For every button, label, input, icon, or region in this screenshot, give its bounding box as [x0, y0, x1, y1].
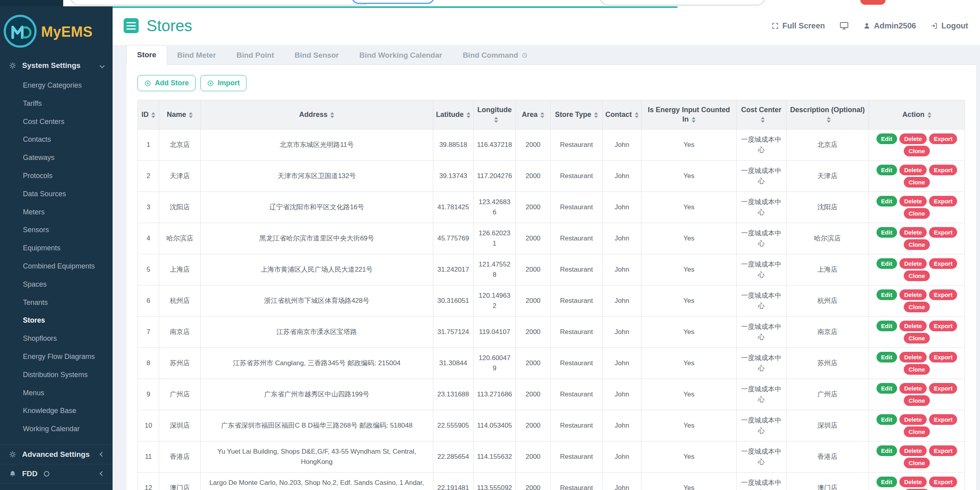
tab-bind-meter[interactable]: Bind Meter: [167, 46, 226, 65]
edit-button[interactable]: Edit: [877, 258, 897, 269]
delete-button[interactable]: Delete: [899, 258, 927, 269]
clone-button[interactable]: Clone: [904, 270, 930, 281]
clone-button[interactable]: Clone: [904, 333, 930, 344]
export-button[interactable]: Export: [929, 133, 957, 144]
clone-button[interactable]: Clone: [904, 146, 930, 156]
clone-button[interactable]: Clone: [904, 239, 930, 250]
column-header-description-optional[interactable]: Description (Optional): [786, 100, 869, 130]
export-button[interactable]: Export: [929, 289, 957, 300]
delete-button[interactable]: Delete: [899, 321, 927, 331]
export-button[interactable]: Export: [929, 383, 957, 394]
column-header-contact[interactable]: Contact: [602, 100, 641, 130]
sidebar-section-users-privileges[interactable]: Users & Privileges: [0, 483, 113, 490]
edit-button[interactable]: Edit: [877, 352, 897, 362]
sidebar-item-working-calendar[interactable]: Working Calendar: [0, 420, 113, 438]
edit-button[interactable]: Edit: [877, 321, 897, 331]
sidebar-item-gateways[interactable]: Gateways: [0, 149, 113, 167]
sidebar-item-stores[interactable]: Stores: [0, 312, 113, 330]
clone-button[interactable]: Clone: [904, 426, 930, 437]
sidebar-item-menus[interactable]: Menus: [0, 384, 113, 402]
sidebar-item-equipments[interactable]: Equipments: [0, 239, 113, 257]
clone-button[interactable]: Clone: [904, 458, 930, 468]
sidebar-item-knowledge-base[interactable]: Knowledge Base: [0, 402, 113, 420]
tab-bind-working-calendar[interactable]: Bind Working Calendar: [349, 46, 453, 65]
sidebar-section-fdd[interactable]: FDD: [0, 464, 113, 483]
sidebar-item-cost-centers[interactable]: Cost Centers: [0, 113, 113, 131]
fullscreen-button[interactable]: Full Screen: [771, 21, 825, 30]
sidebar-item-energy-flow-diagrams[interactable]: Energy Flow Diagrams: [0, 348, 113, 366]
clone-button[interactable]: Clone: [904, 395, 930, 406]
user-menu[interactable]: Admin2506: [863, 21, 916, 30]
brand[interactable]: MyEMS: [0, 6, 113, 56]
clone-button[interactable]: Clone: [904, 177, 930, 188]
sidebar-item-shopfloors[interactable]: Shopfloors: [0, 330, 113, 348]
clone-button[interactable]: Clone: [904, 302, 930, 312]
column-header-id[interactable]: ID: [138, 100, 159, 130]
sidebar-item-tenants[interactable]: Tenants: [0, 294, 113, 312]
edit-button[interactable]: Edit: [877, 414, 897, 425]
sidebar-item-data-sources[interactable]: Data Sources: [0, 185, 113, 203]
clone-button[interactable]: Clone: [904, 364, 930, 375]
export-button[interactable]: Export: [929, 445, 957, 456]
import-button[interactable]: Import: [200, 75, 246, 91]
column-header-cost-center[interactable]: Cost Center: [737, 100, 786, 130]
column-header-address[interactable]: Address: [201, 100, 433, 130]
tab-store[interactable]: Store: [126, 45, 167, 65]
export-button[interactable]: Export: [929, 321, 957, 331]
delete-button[interactable]: Delete: [899, 445, 927, 456]
delete-button[interactable]: Delete: [899, 352, 927, 362]
edit-button[interactable]: Edit: [877, 227, 897, 238]
export-button[interactable]: Export: [929, 414, 957, 425]
sidebar-section-system-settings[interactable]: System Settings: [0, 56, 113, 75]
column-header-store-type[interactable]: Store Type: [550, 100, 602, 130]
column-header-is-energy-input-counted-in[interactable]: Is Energy Input Counted In: [641, 100, 737, 130]
sidebar-item-energy-categories[interactable]: Energy Categories: [0, 77, 113, 95]
delete-button[interactable]: Delete: [899, 383, 927, 394]
delete-button[interactable]: Delete: [899, 165, 927, 175]
sidebar-item-protocols[interactable]: Protocols: [0, 167, 113, 185]
tab-bind-sensor[interactable]: Bind Sensor: [284, 46, 349, 65]
export-button[interactable]: Export: [929, 258, 957, 269]
column-header-area[interactable]: Area: [515, 100, 550, 130]
edit-button[interactable]: Edit: [877, 383, 897, 394]
export-button[interactable]: Export: [929, 477, 957, 487]
column-header-action[interactable]: Action: [869, 100, 965, 130]
delete-button[interactable]: Delete: [899, 196, 927, 207]
logout-button[interactable]: Logout: [930, 21, 968, 30]
add-store-button[interactable]: Add Store: [137, 75, 196, 91]
clone-button[interactable]: Clone: [904, 208, 930, 219]
delete-button[interactable]: Delete: [899, 227, 927, 238]
sidebar-item-spaces[interactable]: Spaces: [0, 276, 113, 294]
browser-address-bar-fragment[interactable]: [70, 0, 371, 6]
export-button[interactable]: Export: [929, 227, 957, 238]
sidebar-item-distribution-systems[interactable]: Distribution Systems: [0, 366, 113, 384]
sidebar-item-meters[interactable]: Meters: [0, 203, 113, 222]
delete-button[interactable]: Delete: [899, 133, 927, 144]
sidebar-item-contacts[interactable]: Contacts: [0, 131, 113, 149]
edit-button[interactable]: Edit: [877, 477, 897, 487]
tab-bind-point[interactable]: Bind Point: [226, 46, 284, 65]
display-button[interactable]: [839, 21, 849, 30]
delete-button[interactable]: Delete: [899, 289, 927, 300]
edit-button[interactable]: Edit: [877, 133, 897, 144]
edit-button[interactable]: Edit: [877, 289, 897, 300]
sidebar-section-advanced-settings[interactable]: Advanced Settings: [0, 445, 113, 464]
sidebar-item-combined-equipments[interactable]: Combined Equipments: [0, 257, 113, 276]
sidebar-item-tariffs[interactable]: Tariffs: [0, 95, 113, 113]
edit-button[interactable]: Edit: [877, 196, 897, 207]
browser-search-bar-fragment[interactable]: [600, 0, 766, 6]
tab-bind-command[interactable]: Bind Command: [452, 46, 538, 65]
clone-button[interactable]: Clone: [904, 489, 930, 490]
export-button[interactable]: Export: [929, 165, 957, 175]
sidebar-item-sensors[interactable]: Sensors: [0, 221, 113, 239]
delete-button[interactable]: Delete: [899, 477, 927, 487]
browser-focused-input-fragment[interactable]: [352, 0, 435, 4]
column-header-latitude[interactable]: Latitude: [433, 100, 474, 130]
delete-button[interactable]: Delete: [899, 414, 927, 425]
column-header-name[interactable]: Name: [159, 100, 201, 130]
export-button[interactable]: Export: [929, 352, 957, 362]
edit-button[interactable]: Edit: [877, 445, 897, 456]
export-button[interactable]: Export: [929, 196, 957, 207]
browser-red-button-fragment[interactable]: [860, 0, 886, 5]
sidebar-toggle-button[interactable]: [124, 18, 139, 33]
